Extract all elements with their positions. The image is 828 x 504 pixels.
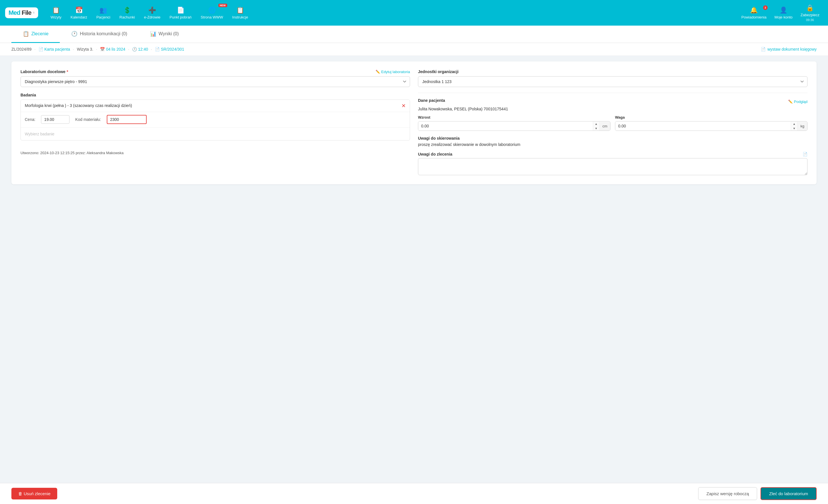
laboratorium-field: Laboratorium docelowe * ✏️ Edytuj labora… [20, 70, 410, 87]
breadcrumb-date-label: 04 lis 2024 [106, 47, 125, 51]
nav-rachunki-label: Rachunki [120, 15, 135, 19]
breadcrumb-sr-label: SR/2024/301 [161, 47, 184, 51]
breadcrumb-karta-label: Karta pacjenta [44, 47, 70, 51]
waga-spinner: ▲ ▼ [791, 122, 797, 131]
breadcrumb-action-btn[interactable]: 📄 wystaw dokument księgowy [761, 47, 817, 51]
nav-kalendarz-label: Kalendarz [71, 15, 87, 19]
waga-input-row: ▲ ▼ kg [615, 121, 808, 131]
waga-unit: kg [797, 122, 807, 131]
nav-wizyty[interactable]: 📋 Wizyty [46, 4, 66, 21]
logo-file: File [22, 9, 31, 16]
nav-items: 📋 Wizyty 📅 Kalendarz 👥 Pacjenci 💲 Rachun… [46, 4, 738, 21]
nav-moje-konto[interactable]: 👤 Moje konto [771, 4, 796, 21]
bottom-bar: 🗑 Usuń zlecenie Zapisz wersję roboczą Zl… [0, 483, 828, 504]
wzrost-unit: cm [599, 122, 610, 131]
uwagi-zlecenia-textarea[interactable] [418, 158, 808, 175]
wzrost-up-btn[interactable]: ▲ [593, 122, 599, 126]
nav-pacjenci-label: Pacjenci [96, 15, 110, 19]
dane-pacjenta-label: Dane pacjenta [418, 98, 445, 103]
main-nav: MedFile® 📋 Wizyty 📅 Kalendarz 👥 Pacjenci… [0, 0, 828, 26]
required-star: * [67, 70, 68, 74]
tab-zlecenie[interactable]: 📋 Zlecenie [11, 26, 60, 43]
uwagi-skierowania-label: Uwagi do skierowania [418, 136, 808, 140]
ezdrowie-icon: ➕ [148, 6, 156, 14]
breadcrumb-wizyta: Wizyta 3. [77, 47, 93, 51]
edit-laboratorium-label: Edytuj laboratoria [381, 70, 410, 74]
nav-ezdrowie-label: e-Zdrowie [144, 15, 161, 19]
uwagi-skierowania-text: proszę zrealizować skierowanie w dowolny… [418, 142, 808, 147]
breadcrumb-date: 📅 04 lis 2024 [100, 47, 125, 51]
podglad-link[interactable]: ✏️ Podgląd [788, 99, 808, 104]
created-label: Utworzono: 2024-10-23 12:15:25 przez: Al… [20, 151, 124, 155]
cena-label: Cena: [25, 117, 35, 122]
tab-wyniki-icon: 📊 [150, 31, 156, 37]
nav-powiadomienia-label: Powiadomienia [741, 15, 767, 19]
badania-field: Badania Morfologia krwi (pełna ) - 3 (sz… [20, 93, 410, 140]
logo-med: Med [8, 9, 20, 16]
breadcrumb-time-label: 12:40 [138, 47, 148, 51]
save-draft-button[interactable]: Zapisz wersję roboczą [698, 487, 757, 500]
waga-up-btn[interactable]: ▲ [791, 122, 797, 126]
logo: MedFile® [5, 7, 38, 18]
submit-button[interactable]: Zleć do laboratorium [760, 487, 817, 500]
nav-instrukcje[interactable]: 📋 Instrukcje [228, 4, 253, 21]
wzrost-label: Wzrost [418, 115, 611, 120]
laboratorium-select[interactable]: Diagnostyka pierwsze piętro - 9991 [20, 76, 410, 87]
kalendarz-icon: 📅 [75, 6, 83, 14]
doc-icon: 📄 [155, 47, 160, 51]
badania-remove-btn[interactable]: ✕ [402, 103, 406, 108]
wizyty-icon: 📋 [52, 6, 60, 14]
nav-instrukcje-label: Instrukcje [232, 15, 248, 19]
dane-pacjenta-section: Dane pacjenta ✏️ Podgląd Julita Nowakows… [418, 98, 808, 111]
wzrost-input[interactable] [418, 122, 593, 131]
nav-punkt-pobran[interactable]: 📄 Punkt pobrań [165, 4, 196, 21]
uwagi-zlecenia-label-row: Uwagi do zlecenia 📄 [418, 152, 808, 156]
pacjenci-icon: 👥 [99, 6, 107, 14]
wzrost-down-btn[interactable]: ▼ [593, 126, 599, 131]
jednostki-select[interactable]: Jednostka 1 123 [418, 76, 808, 87]
main-content: Laboratorium docelowe * ✏️ Edytuj labora… [0, 56, 828, 207]
wzrost-spinner: ▲ ▼ [593, 122, 599, 131]
nav-kalendarz[interactable]: 📅 Kalendarz [66, 4, 92, 21]
waga-label: Waga [615, 115, 808, 120]
edit-icon: ✏️ [376, 70, 380, 74]
badania-placeholder[interactable]: Wybierz badanie [21, 128, 410, 140]
waga-down-btn[interactable]: ▼ [791, 126, 797, 131]
rachunki-icon: 💲 [123, 6, 131, 14]
wzrost-input-row: ▲ ▼ cm [418, 121, 611, 131]
eye-icon: ✏️ [788, 99, 793, 104]
tab-wyniki[interactable]: 📊 Wyniki (0) [139, 26, 190, 43]
user-icon: 👤 [780, 6, 787, 14]
nav-strona-www[interactable]: NEW 🌐 Strona WWW [196, 4, 228, 21]
instrukcje-icon: 📋 [236, 6, 244, 14]
breadcrumb-sr[interactable]: 📄 SR/2024/301 [155, 47, 184, 51]
uwagi-skierowania-section: Uwagi do skierowania proszę zrealizować … [418, 136, 808, 147]
nav-powiadomienia[interactable]: 2 🔔 Powiadomienia [738, 4, 770, 21]
action-buttons: Zapisz wersję roboczą Zleć do laboratori… [698, 487, 817, 500]
wzrost-field: Wzrost ▲ ▼ cm [418, 115, 611, 131]
badania-item-name: Morfologia krwi (pełna ) - 3 (szacowany … [25, 103, 399, 108]
form-footer: Utworzono: 2024-10-23 12:15:25 przez: Al… [20, 151, 410, 155]
nav-rachunki[interactable]: 💲 Rachunki [115, 4, 139, 21]
tab-historia[interactable]: 🕐 Historia komunikacji (0) [60, 26, 138, 43]
tab-wyniki-label: Wyniki (0) [159, 31, 179, 36]
edit-laboratorium-link[interactable]: ✏️ Edytuj laboratoria [376, 70, 410, 74]
breadcrumb-order-id: ZL/2024/89 [11, 47, 32, 51]
nav-right: 2 🔔 Powiadomienia 👤 Moje konto 🔒 Zabezpi… [738, 2, 823, 24]
cena-input[interactable] [41, 115, 70, 124]
breadcrumb-action-label: wystaw dokument księgowy [768, 47, 817, 51]
breadcrumb-karta-link[interactable]: 📄 Karta pacjenta [38, 47, 70, 51]
form-grid: Laboratorium docelowe * ✏️ Edytuj labora… [20, 70, 808, 176]
waga-input[interactable] [615, 122, 791, 131]
kod-input[interactable] [107, 115, 147, 124]
nav-pacjenci[interactable]: 👥 Pacjenci [92, 4, 115, 21]
badania-box: Morfologia krwi (pełna ) - 3 (szacowany … [20, 99, 410, 140]
bell-icon: 🔔 [750, 6, 758, 14]
nav-punkt-pobran-label: Punkt pobrań [170, 15, 192, 19]
nav-zabezpiecz[interactable]: 🔒 Zabezpiecz 09:36 [797, 2, 823, 24]
delete-button[interactable]: 🗑 Usuń zlecenie [11, 488, 57, 499]
nav-ezdrowie[interactable]: ➕ e-Zdrowie [139, 4, 165, 21]
nav-moje-konto-label: Moje konto [775, 15, 793, 19]
jednostki-field: Jednostki organizacji Jednostka 1 123 [418, 70, 808, 87]
measurements: Wzrost ▲ ▼ cm Waga [418, 115, 808, 131]
